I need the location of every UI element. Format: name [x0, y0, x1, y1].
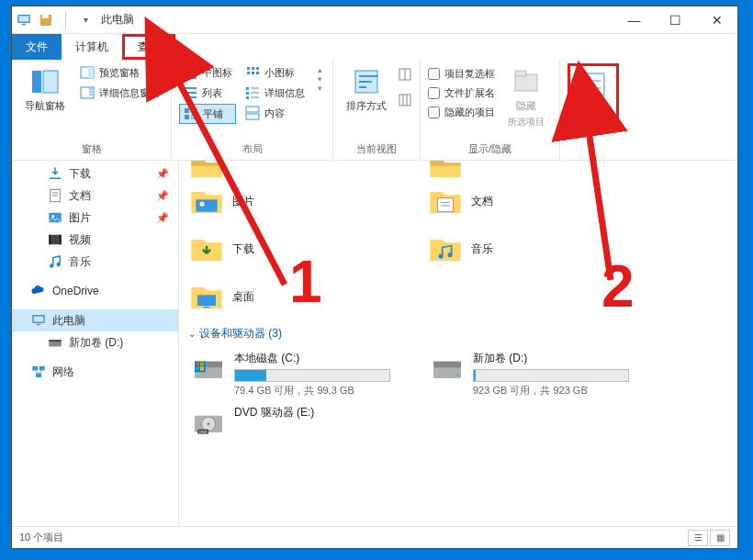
details-pane-button[interactable]: 详细信息窗格: [76, 84, 163, 102]
view-details-toggle[interactable]: ☰: [688, 530, 708, 546]
drive-item[interactable]: 新加卷 (D:)923 GB 可用，共 923 GB: [425, 347, 664, 401]
tab-view[interactable]: 查看: [122, 34, 175, 60]
svg-rect-39: [246, 114, 259, 119]
window-title: 此电脑: [101, 12, 134, 28]
nav-pane-button[interactable]: 导航窗格: [19, 63, 71, 113]
sidebar-item-network[interactable]: 网络: [12, 361, 178, 383]
minimize-button[interactable]: —: [613, 6, 655, 34]
folder-icon: [188, 278, 225, 315]
main-content: 图片文档下载音乐桌面 ⌄ 设备和驱动器 (3) 本地磁盘 (C:)79.4 GB…: [179, 161, 737, 526]
view-icons-toggle[interactable]: ▦: [710, 530, 730, 546]
content-area: 下载📌 文档📌 图片📌 视频 音乐 OneDrive 此电脑 新加卷 (D:) …: [12, 161, 737, 526]
svg-point-54: [586, 86, 590, 90]
sidebar-item-downloads[interactable]: 下载📌: [12, 162, 178, 185]
svg-rect-89: [200, 363, 204, 366]
svg-point-60: [51, 215, 54, 218]
sidebar-item-videos[interactable]: 视频: [12, 229, 178, 251]
folder-icon: [427, 230, 464, 267]
svg-point-97: [207, 422, 209, 425]
svg-rect-15: [184, 73, 189, 79]
ribbon-group-currentview: 排序方式 当前视图: [333, 60, 421, 160]
svg-rect-90: [196, 367, 199, 371]
layout-list[interactable]: 列表: [179, 84, 236, 102]
preview-pane-button[interactable]: 预览窗格: [76, 63, 163, 82]
maximize-button[interactable]: ☐: [655, 6, 696, 34]
drives-section-header[interactable]: ⌄ 设备和驱动器 (3): [186, 320, 730, 347]
svg-line-74: [35, 371, 39, 374]
svg-rect-20: [185, 108, 189, 113]
svg-rect-30: [252, 72, 254, 74]
annotation-2: 2: [601, 252, 635, 320]
nav-pane-label: 导航窗格: [25, 99, 65, 113]
drive-icon: DVD: [190, 405, 227, 442]
drive-item[interactable]: DVDDVD 驱动器 (E:): [186, 401, 425, 445]
layout-small[interactable]: 小图标: [242, 63, 309, 82]
svg-rect-88: [196, 363, 199, 366]
group-label-view: 当前视图: [341, 140, 412, 158]
sidebar-item-onedrive[interactable]: OneDrive: [12, 280, 178, 302]
svg-rect-13: [184, 66, 189, 72]
layout-tiles[interactable]: 平铺: [179, 104, 236, 124]
sort-button[interactable]: 排序方式: [341, 63, 392, 113]
folders-section: 图片文档下载音乐桌面: [186, 161, 730, 320]
dropdown-icon[interactable]: ▾: [77, 12, 94, 28]
check-item-checkboxes[interactable]: 项目复选框: [428, 65, 495, 83]
layout-up-icon[interactable]: ▴: [318, 65, 322, 74]
drive-name: 新加卷 (D:): [473, 351, 660, 366]
folder-label: 图片: [232, 194, 254, 209]
annotation-1: 1: [289, 248, 322, 316]
layout-down-icon[interactable]: ▾: [318, 74, 322, 84]
svg-rect-72: [39, 366, 45, 371]
layout-expand-icon[interactable]: ▾: [318, 84, 322, 93]
ribbon-group-showhide: 项目复选框 文件扩展名 隐藏的项目 隐藏 所选项目 显示/隐藏: [421, 60, 560, 160]
options-button[interactable]: 选项: [568, 63, 619, 122]
layout-content[interactable]: 内容: [242, 104, 309, 122]
folder-item[interactable]: 文档: [425, 177, 664, 225]
folder-icon: [427, 183, 464, 219]
sidebar-item-music[interactable]: 音乐: [12, 251, 178, 273]
svg-point-64: [50, 263, 54, 268]
sidebar-item-documents[interactable]: 文档📌: [12, 185, 178, 207]
group-label-panes: 窗格: [19, 140, 163, 158]
hide-selected-button[interactable]: 隐藏 所选项目: [500, 63, 552, 129]
group-label-layout: 布局: [179, 140, 325, 158]
svg-rect-70: [49, 340, 62, 342]
group-label-showhide: 显示/隐藏: [428, 140, 552, 158]
addcol-icon[interactable]: [398, 67, 412, 85]
svg-rect-34: [246, 92, 249, 95]
folder-item[interactable]: 图片: [186, 177, 425, 225]
pin-icon: 📌: [156, 212, 169, 224]
tab-file[interactable]: 文件: [12, 34, 62, 60]
item-count: 10 个项目: [19, 531, 63, 544]
svg-rect-93: [433, 362, 461, 368]
layout-details[interactable]: 详细信息: [242, 84, 309, 102]
drive-free-text: 923 GB 可用，共 923 GB: [473, 384, 660, 398]
svg-rect-29: [247, 72, 250, 74]
svg-rect-26: [247, 67, 250, 70]
svg-rect-73: [36, 374, 41, 378]
save-icon[interactable]: [38, 12, 54, 28]
svg-rect-5: [32, 71, 41, 93]
svg-rect-68: [37, 324, 41, 326]
svg-rect-4: [42, 15, 49, 18]
check-file-ext[interactable]: 文件扩展名: [428, 84, 495, 102]
drive-name: 本地磁盘 (C:): [234, 351, 421, 366]
drive-free-text: 79.4 GB 可用，共 99.3 GB: [234, 384, 421, 398]
svg-rect-6: [43, 71, 58, 93]
svg-rect-36: [246, 96, 249, 99]
svg-rect-31: [256, 72, 259, 74]
svg-rect-71: [32, 366, 38, 371]
folder-item[interactable]: [186, 161, 425, 177]
check-hidden-items[interactable]: 隐藏的项目: [428, 104, 495, 121]
folder-item[interactable]: [425, 161, 664, 177]
drive-item[interactable]: 本地磁盘 (C:)79.4 GB 可用，共 99.3 GB: [186, 347, 425, 401]
sidebar-item-thispc[interactable]: 此电脑: [12, 309, 178, 331]
close-button[interactable]: ✕: [696, 6, 737, 34]
tab-computer[interactable]: 计算机: [62, 34, 122, 60]
sidebar-item-volume-d[interactable]: 新加卷 (D:): [12, 331, 178, 353]
sidebar-item-pictures[interactable]: 图片📌: [12, 207, 178, 229]
folder-label: 下载: [232, 241, 254, 257]
folder-label: 音乐: [471, 241, 493, 257]
sizecol-icon[interactable]: [398, 93, 412, 111]
layout-medium[interactable]: 中图标: [179, 63, 236, 82]
